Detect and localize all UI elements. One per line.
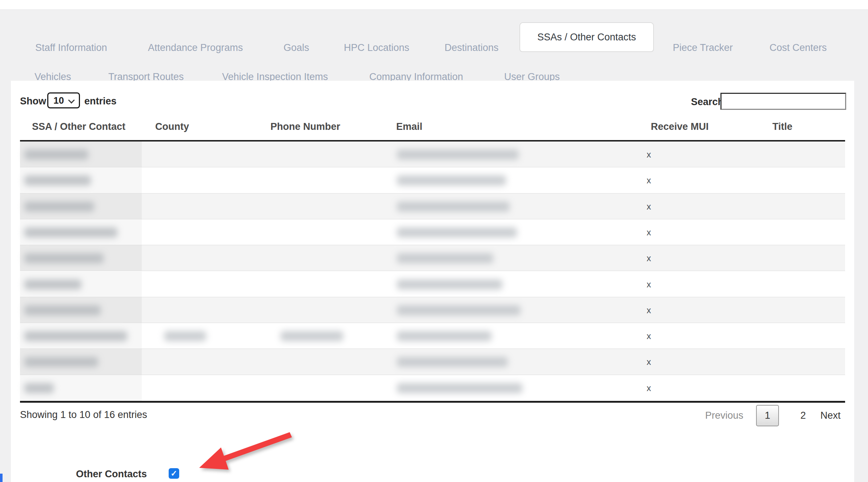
cell-phone-number (236, 167, 374, 193)
redacted-text-blur (24, 253, 104, 263)
search-label: Search: (680, 96, 727, 108)
redacted-text-blur (397, 253, 493, 263)
cell-county (142, 323, 236, 349)
redacted-text-blur (24, 357, 98, 367)
redacted-text-blur (24, 279, 81, 290)
tab-label: Destinations (445, 42, 499, 53)
table-header: SSA / Other Contact County Phone Number … (11, 115, 854, 140)
cell-ssa-other-contact (20, 219, 142, 245)
tab-hpc-locations[interactable]: HPC Locations (344, 42, 409, 53)
redacted-text-blur (397, 357, 508, 367)
redacted-text-blur (24, 150, 88, 160)
redacted-text-blur (24, 305, 101, 315)
cell-receive-mui: x (618, 297, 742, 323)
cell-phone-number (236, 219, 374, 245)
column-header-ssa-other-contact[interactable]: SSA / Other Contact (32, 121, 125, 132)
pagination-page-2[interactable]: 2 (800, 410, 806, 421)
cell-title (742, 245, 845, 271)
tab-attendance-programs[interactable]: Attendance Programs (148, 42, 243, 53)
table-row[interactable]: x (20, 167, 845, 193)
redacted-text-blur (397, 150, 519, 160)
table-row[interactable]: x (20, 375, 845, 401)
redacted-text-blur (397, 383, 522, 393)
page-length-select[interactable]: 10 (47, 92, 80, 108)
tab-label: Staff Information (35, 42, 107, 53)
tab-label: HPC Locations (344, 42, 409, 53)
cell-email (374, 323, 618, 349)
cell-title (742, 271, 845, 297)
column-header-receive-mui[interactable]: Receive MUI (618, 121, 742, 132)
cell-phone-number (236, 349, 374, 375)
table-row[interactable]: x (20, 297, 845, 323)
cell-county (142, 245, 236, 271)
cell-email (374, 349, 618, 375)
column-header-email[interactable]: Email (396, 121, 422, 132)
cell-ssa-other-contact (20, 349, 142, 375)
cell-phone-number (236, 245, 374, 271)
table-row[interactable]: x (20, 323, 845, 349)
cell-county (142, 219, 236, 245)
cell-receive-mui: x (618, 323, 742, 349)
redacted-text-blur (24, 202, 94, 212)
tab-label: Cost Centers (769, 42, 827, 53)
table-bottom-border (20, 401, 845, 403)
table-row[interactable]: x (20, 349, 845, 375)
cell-email (374, 219, 618, 245)
cell-receive-mui: x (618, 194, 742, 219)
pagination-page-1-current[interactable]: 1 (756, 405, 779, 426)
cell-phone-number (236, 375, 374, 401)
cell-title (742, 323, 845, 349)
cell-ssa-other-contact (20, 323, 142, 349)
tab-goals[interactable]: Goals (284, 42, 309, 53)
cell-ssa-other-contact (20, 375, 142, 401)
other-contacts-checkbox[interactable]: ✓ (169, 468, 179, 479)
cell-email (374, 297, 618, 323)
table-row[interactable]: x (20, 271, 845, 297)
cell-title (742, 219, 845, 245)
table-info-text: Showing 1 to 10 of 16 entries (20, 409, 147, 421)
cell-title (742, 194, 845, 219)
tab-destinations[interactable]: Destinations (445, 42, 499, 53)
column-header-title[interactable]: Title (742, 121, 845, 132)
redacted-text-blur (164, 331, 206, 341)
cell-title (742, 375, 845, 401)
entries-label: entries (84, 96, 117, 107)
cell-title (742, 297, 845, 323)
column-header-phone-number[interactable]: Phone Number (236, 121, 374, 132)
tab-piece-tracker[interactable]: Piece Tracker (673, 42, 733, 53)
table-row[interactable]: x (20, 219, 845, 245)
cell-email (374, 245, 618, 271)
redacted-text-blur (397, 227, 517, 238)
table-row[interactable]: x (20, 142, 845, 167)
cell-county (142, 271, 236, 297)
cell-receive-mui: x (618, 349, 742, 375)
cell-phone-number (236, 194, 374, 219)
cell-email (374, 375, 618, 401)
tab-bar: Staff InformationAttendance ProgramsGoal… (0, 10, 868, 81)
cell-receive-mui: x (618, 219, 742, 245)
tab-ssas-other-contacts[interactable]: SSAs / Other Contacts (519, 22, 654, 52)
table-row[interactable]: x (20, 245, 845, 271)
cell-receive-mui: x (618, 167, 742, 193)
tab-cost-centers[interactable]: Cost Centers (769, 42, 827, 53)
tab-staff-information[interactable]: Staff Information (35, 42, 107, 53)
cell-county (142, 167, 236, 193)
column-header-county[interactable]: County (155, 121, 189, 132)
cell-email (374, 167, 618, 193)
cell-receive-mui: x (618, 245, 742, 271)
pagination-previous-button[interactable]: Previous (705, 410, 743, 421)
cell-county (142, 349, 236, 375)
pagination-next-button[interactable]: Next (820, 410, 841, 421)
cell-phone-number (236, 297, 374, 323)
cell-title (742, 142, 845, 167)
search-input[interactable] (720, 93, 846, 110)
page-length-value: 10 (53, 95, 64, 106)
cell-receive-mui: x (618, 271, 742, 297)
tab-label: Goals (284, 42, 309, 53)
cell-ssa-other-contact (20, 297, 142, 323)
redacted-text-blur (397, 175, 506, 186)
redacted-text-blur (397, 305, 521, 315)
redacted-text-blur (397, 279, 502, 290)
table-row[interactable]: x (20, 194, 845, 219)
cell-ssa-other-contact (20, 194, 142, 219)
